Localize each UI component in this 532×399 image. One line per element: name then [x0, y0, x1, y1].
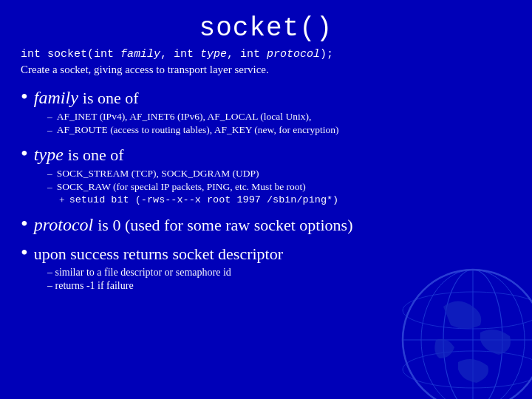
sig-comma1: , int	[160, 48, 200, 61]
upon-bullet: •	[21, 242, 28, 263]
family-item-2: – AF_ROUTE (access to routing tables), A…	[47, 124, 511, 136]
type-item-1: – SOCK_STREAM (TCP), SOCK_DGRAM (UDP)	[47, 168, 511, 180]
family-header: • family is one of	[21, 86, 511, 108]
type-text-3: setuid bit (-rws--x--x root 1997 /sbin/p…	[69, 194, 339, 205]
type-section: • type is one of – SOCK_STREAM (TCP), SO…	[21, 143, 511, 206]
upon-indent: – similar to a file descriptor or semaph…	[47, 267, 511, 292]
description-text: Create a socket, giving access to transp…	[21, 64, 511, 76]
upon-header: • upon success returns socket descriptor	[21, 242, 511, 264]
family-rest: is one of	[83, 89, 139, 108]
sig-part1: int socket(int	[21, 48, 120, 61]
family-label: family	[34, 88, 78, 108]
upon-item-1: – similar to a file descriptor or semaph…	[47, 267, 511, 279]
type-text-2: SOCK_RAW (for special IP packets, PING, …	[57, 181, 306, 193]
family-item-1: – AF_INET (IPv4), AF_INET6 (IPv6), AF_LO…	[47, 111, 511, 123]
type-bullet: •	[21, 143, 28, 164]
family-dash-2: –	[47, 124, 52, 136]
type-sublist: – SOCK_STREAM (TCP), SOCK_DGRAM (UDP) – …	[47, 168, 511, 206]
sig-end: );	[320, 48, 333, 61]
type-dash-2: –	[47, 181, 52, 193]
type-label: type	[34, 145, 64, 165]
page-title: socket()	[21, 13, 511, 44]
sig-type: type	[200, 48, 227, 61]
family-section: • family is one of – AF_INET (IPv4), AF_…	[21, 86, 511, 136]
type-item-2: – SOCK_RAW (for special IP packets, PING…	[47, 181, 511, 193]
protocol-header: • protocol is 0 (used for some raw socke…	[21, 214, 511, 235]
type-header: • type is one of	[21, 143, 511, 165]
protocol-bullet: •	[21, 214, 28, 234]
protocol-rest: is 0 (used for some raw socket options)	[98, 216, 352, 235]
upon-rest: upon success returns socket descriptor	[34, 245, 283, 264]
family-sublist: – AF_INET (IPv4), AF_INET6 (IPv6), AF_LO…	[47, 111, 511, 136]
type-rest: is one of	[68, 146, 124, 165]
type-plus: +	[59, 194, 65, 206]
sig-comma2: , int	[227, 48, 267, 61]
family-text-1: AF_INET (IPv4), AF_INET6 (IPv6), AF_LOCA…	[57, 111, 312, 123]
sig-family: family	[120, 48, 160, 61]
main-content: socket() int socket(int family, int type…	[0, 0, 532, 313]
upon-section: • upon success returns socket descriptor…	[21, 242, 511, 292]
type-text-1: SOCK_STREAM (TCP), SOCK_DGRAM (UDP)	[57, 168, 259, 180]
type-dash-1: –	[47, 168, 52, 180]
protocol-label: protocol	[34, 215, 93, 235]
sig-protocol: protocol	[267, 48, 320, 61]
family-dash-1: –	[47, 111, 52, 123]
type-item-3: + setuid bit (-rws--x--x root 1997 /sbin…	[47, 194, 511, 206]
upon-item-2: – returns -1 if failure	[47, 280, 511, 292]
family-bullet: •	[21, 86, 28, 107]
protocol-section: • protocol is 0 (used for some raw socke…	[21, 214, 511, 235]
family-text-2: AF_ROUTE (access to routing tables), AF_…	[57, 124, 339, 136]
signature-line: int socket(int family, int type, int pro…	[21, 48, 511, 61]
